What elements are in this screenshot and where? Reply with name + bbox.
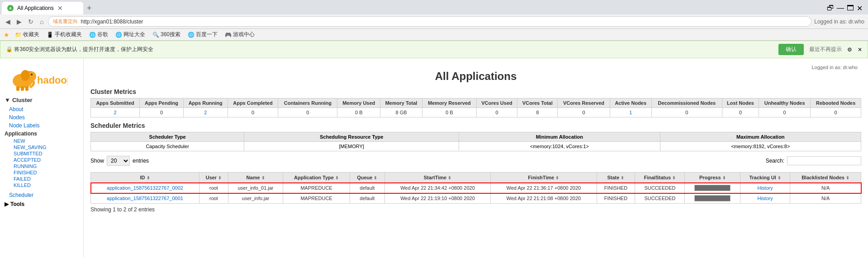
- notification-close-icon[interactable]: ✕: [858, 47, 862, 53]
- metrics-val-2: 2: [183, 108, 228, 117]
- sort-icon-id[interactable]: ⇕: [147, 176, 150, 180]
- sort-icon-finishtime[interactable]: ⇕: [555, 176, 559, 180]
- sidebar-item-about[interactable]: About: [0, 105, 83, 113]
- metrics-val-15: 0: [811, 108, 861, 117]
- sidebar-item-new-saving[interactable]: NEW_SAVING: [0, 144, 83, 150]
- sidebar-item-node-labels[interactable]: Node Labels: [0, 121, 83, 130]
- sort-icon-progress[interactable]: ⇕: [722, 176, 726, 180]
- tracking-link[interactable]: History: [757, 185, 773, 191]
- hadoop-logo-image: hadoop: [5, 66, 68, 91]
- sidebar-tools-header[interactable]: ▶ Tools: [0, 199, 83, 209]
- sort-icon-blacklisted[interactable]: ⇕: [846, 176, 849, 180]
- metrics-header-14: Unhealthy Nodes: [759, 98, 811, 108]
- redirect-label: 域名重定向: [53, 18, 78, 25]
- metrics-val-14: 0: [759, 108, 811, 117]
- sort-icon-type[interactable]: ⇕: [335, 176, 339, 180]
- search-input[interactable]: [787, 156, 861, 165]
- home-button[interactable]: ⌂: [38, 17, 45, 26]
- close-window-button[interactable]: ✕: [857, 4, 863, 13]
- notification-text: 🔒 将360安全浏览器设为默认，提升打开速度，保护上网安全: [6, 46, 773, 53]
- app-id-link[interactable]: application_1587561322767_0001: [107, 196, 183, 201]
- tools-label: Tools: [10, 201, 24, 207]
- search-label: Search:: [766, 158, 784, 164]
- bookmarks-star-icon: ★: [4, 31, 9, 38]
- bookmark-baidu[interactable]: 🌐 百度一下: [186, 30, 219, 39]
- sched-header-2: Minimum Allocation: [459, 132, 660, 142]
- show-entries-control: Show 20 50 100 entries: [90, 156, 149, 166]
- sort-icon-state[interactable]: ⇕: [621, 176, 624, 180]
- metrics-header-6: Memory Total: [380, 98, 422, 108]
- metrics-header-0: Apps Submitted: [91, 98, 140, 108]
- sidebar-item-running[interactable]: RUNNING: [0, 163, 83, 169]
- svg-point-2: [31, 74, 33, 75]
- address-bar[interactable]: 域名重定向 http://xgan01:8088/cluster: [48, 16, 811, 27]
- sort-icon-tracking[interactable]: ⇕: [778, 176, 781, 180]
- window-controls: 🗗 — 🗖 ✕: [827, 4, 866, 13]
- bookmark-360[interactable]: 🔍 360搜索: [151, 30, 182, 39]
- sched-val-2: <memory:1024, vCores:1>: [459, 142, 660, 151]
- sort-icon-name[interactable]: ⇕: [261, 176, 265, 180]
- bookmark-favorites[interactable]: 📁 收藏夹: [13, 30, 41, 39]
- app-id-link[interactable]: application_1587561322767_0002: [107, 185, 183, 191]
- sort-icon-starttime[interactable]: ⇕: [448, 176, 451, 180]
- entries-label: entries: [133, 158, 149, 164]
- maximize-button[interactable]: —: [837, 4, 844, 13]
- notification-settings-icon[interactable]: ⚙: [847, 47, 852, 53]
- sidebar-item-scheduler[interactable]: Scheduler: [0, 191, 83, 199]
- cell-finalstatus: SUCCEEDED: [635, 183, 685, 193]
- page-layout: hadoop ▼ Cluster About Nodes Node Labels…: [0, 58, 868, 257]
- sched-header-1: Scheduling Resource Type: [244, 132, 459, 142]
- minimize-button[interactable]: 🗗: [827, 4, 834, 13]
- sched-header-0: Scheduler Type: [91, 132, 244, 142]
- reload-button[interactable]: ↻: [26, 17, 35, 26]
- sidebar-item-killed[interactable]: KILLED: [0, 182, 83, 188]
- cell-tracking: History: [740, 183, 790, 193]
- sort-icon-finalstatus[interactable]: ⇕: [672, 176, 676, 180]
- progress-bar-fill: [695, 196, 730, 201]
- bookmark-google[interactable]: 🌐 谷歌: [87, 30, 110, 39]
- restore-button[interactable]: 🗖: [847, 4, 854, 13]
- cell-state: FINISHED: [597, 183, 635, 193]
- sched-val-1: [MEMORY]: [244, 142, 459, 151]
- bookmark-games[interactable]: 🎮 游戏中心: [223, 30, 256, 39]
- new-tab-button[interactable]: +: [83, 4, 95, 13]
- forward-button[interactable]: ▶: [15, 17, 24, 26]
- tab-close-button[interactable]: ✕: [57, 5, 63, 12]
- sidebar-item-new[interactable]: NEW: [0, 138, 83, 144]
- cluster-label: Cluster: [12, 97, 33, 103]
- toolbar-extras: Logged in as: dr.who: [814, 19, 864, 25]
- bookmark-mobile[interactable]: 📱 手机收藏夹: [45, 30, 84, 39]
- tracking-link[interactable]: History: [757, 196, 773, 201]
- metrics-val-3: 0: [228, 108, 278, 117]
- sidebar-item-finished[interactable]: FINISHED: [0, 169, 83, 176]
- notification-bar: 🔒 将360安全浏览器设为默认，提升打开速度，保护上网安全 确认 最近不再提示 …: [0, 41, 868, 58]
- entries-select[interactable]: 20 50 100: [107, 156, 130, 166]
- bookmark-nav[interactable]: 🌐 网址大全: [114, 30, 147, 39]
- apps-header-finishtime: FinishTime ⇕: [491, 173, 597, 183]
- sidebar: hadoop ▼ Cluster About Nodes Node Labels…: [0, 58, 84, 257]
- metrics-val-0: 2: [91, 108, 140, 117]
- sidebar-item-accepted[interactable]: ACCEPTED: [0, 157, 83, 163]
- active-tab[interactable]: e All Applications ✕: [2, 2, 83, 14]
- confirm-button[interactable]: 确认: [778, 44, 804, 55]
- metrics-header-2: Apps Running: [183, 98, 228, 108]
- sidebar-applications-header[interactable]: Applications: [0, 130, 83, 138]
- sidebar-cluster-header[interactable]: ▼ Cluster: [0, 95, 83, 105]
- sort-icon-user[interactable]: ⇕: [218, 176, 222, 180]
- browser-chrome: e All Applications ✕ + 🗗 — 🗖 ✕ ◀ ▶ ↻ ⌂ 域…: [0, 0, 868, 58]
- sidebar-item-failed[interactable]: FAILED: [0, 176, 83, 182]
- sidebar-item-submitted[interactable]: SUBMITTED: [0, 150, 83, 157]
- cell-id: application_1587561322767_0001: [91, 193, 199, 204]
- logged-in-label: Logged in as: dr.who: [90, 63, 861, 70]
- dismiss-button[interactable]: 最近不再提示: [809, 46, 842, 53]
- apps-header-tracking: Tracking UI ⇕: [740, 173, 790, 183]
- metrics-header-7: Memory Reserved: [422, 98, 477, 108]
- back-button[interactable]: ◀: [4, 17, 12, 26]
- sidebar-item-nodes[interactable]: Nodes: [0, 113, 83, 121]
- tab-favicon: e: [7, 5, 14, 11]
- metrics-val-6: 8 GB: [380, 108, 422, 117]
- apps-header-name: Name ⇕: [228, 173, 283, 183]
- apps-footer: Showing 1 to 2 of 2 entries: [90, 204, 861, 215]
- cell-starttime: Wed Apr 22 21:34:42 +0800 2020: [384, 183, 490, 193]
- sort-icon-queue[interactable]: ⇕: [374, 176, 377, 180]
